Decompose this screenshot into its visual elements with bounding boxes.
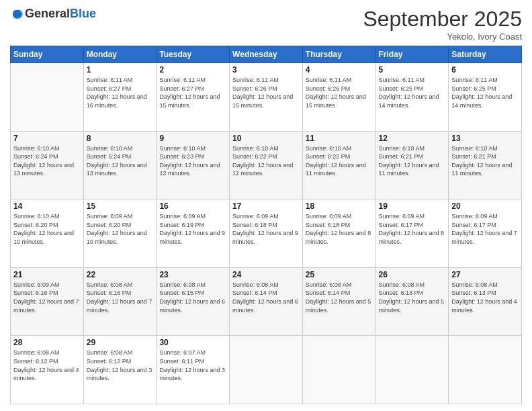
- table-row: 24 Sunrise: 6:08 AMSunset: 6:14 PMDaylig…: [230, 267, 303, 336]
- day-sunrise: Sunrise: 6:09 AMSunset: 6:17 PMDaylight:…: [379, 213, 445, 245]
- table-row: 19 Sunrise: 6:09 AMSunset: 6:17 PMDaylig…: [375, 199, 449, 268]
- day-number: 2: [159, 65, 226, 75]
- location: Yekolo, Ivory Coast: [363, 32, 522, 42]
- day-sunrise: Sunrise: 6:10 AMSunset: 6:23 PMDaylight:…: [159, 145, 220, 177]
- day-sunrise: Sunrise: 6:08 AMSunset: 6:13 PMDaylight:…: [379, 281, 445, 314]
- day-sunrise: Sunrise: 6:11 AMSunset: 6:25 PMDaylight:…: [451, 77, 512, 109]
- col-saturday: Saturday: [449, 46, 522, 63]
- col-friday: Friday: [375, 46, 449, 63]
- day-sunrise: Sunrise: 6:11 AMSunset: 6:27 PMDaylight:…: [159, 77, 220, 109]
- day-sunrise: Sunrise: 6:09 AMSunset: 6:20 PMDaylight:…: [87, 213, 147, 245]
- col-wednesday: Wednesday: [230, 46, 303, 63]
- table-row: 13 Sunrise: 6:10 AMSunset: 6:21 PMDaylig…: [449, 131, 522, 199]
- table-row: 14 Sunrise: 6:10 AMSunset: 6:20 PMDaylig…: [11, 199, 84, 268]
- logo: GeneralBlue: [10, 7, 96, 21]
- day-number: 11: [306, 134, 373, 143]
- day-number: 13: [451, 134, 519, 143]
- table-row: [11, 63, 84, 132]
- day-number: 8: [87, 134, 154, 143]
- table-row: [302, 336, 375, 404]
- day-number: 23: [159, 270, 226, 279]
- table-row: 16 Sunrise: 6:09 AMSunset: 6:19 PMDaylig…: [157, 199, 230, 268]
- day-number: 27: [451, 270, 519, 279]
- table-row: [375, 336, 449, 404]
- table-row: 22 Sunrise: 6:08 AMSunset: 6:16 PMDaylig…: [83, 267, 157, 336]
- day-number: 24: [232, 270, 300, 279]
- day-number: 21: [13, 270, 81, 279]
- table-row: 10 Sunrise: 6:10 AMSunset: 6:22 PMDaylig…: [230, 131, 303, 199]
- day-number: 3: [232, 65, 300, 75]
- day-number: 17: [232, 201, 300, 211]
- day-sunrise: Sunrise: 6:10 AMSunset: 6:24 PMDaylight:…: [13, 145, 74, 177]
- table-row: 15 Sunrise: 6:09 AMSunset: 6:20 PMDaylig…: [83, 199, 157, 268]
- day-sunrise: Sunrise: 6:11 AMSunset: 6:26 PMDaylight:…: [232, 77, 293, 109]
- table-row: 25 Sunrise: 6:08 AMSunset: 6:14 PMDaylig…: [302, 267, 375, 336]
- table-row: 27 Sunrise: 6:08 AMSunset: 6:13 PMDaylig…: [449, 267, 522, 336]
- calendar-table: Sunday Monday Tuesday Wednesday Thursday…: [10, 46, 522, 404]
- calendar-week-row: 14 Sunrise: 6:10 AMSunset: 6:20 PMDaylig…: [11, 199, 522, 268]
- col-tuesday: Tuesday: [157, 46, 230, 63]
- day-number: 10: [232, 134, 300, 143]
- day-number: 12: [379, 134, 446, 143]
- calendar-week-row: 28 Sunrise: 6:08 AMSunset: 6:12 PMDaylig…: [11, 336, 522, 404]
- day-number: 30: [159, 338, 226, 347]
- table-row: 11 Sunrise: 6:10 AMSunset: 6:22 PMDaylig…: [302, 131, 375, 199]
- day-number: 16: [159, 201, 226, 211]
- day-sunrise: Sunrise: 6:08 AMSunset: 6:14 PMDaylight:…: [232, 281, 298, 314]
- table-row: 5 Sunrise: 6:11 AMSunset: 6:25 PMDayligh…: [375, 63, 449, 132]
- table-row: [449, 336, 522, 404]
- logo-general: General: [25, 7, 70, 20]
- table-row: 26 Sunrise: 6:08 AMSunset: 6:13 PMDaylig…: [375, 267, 449, 336]
- calendar-week-row: 1 Sunrise: 6:11 AMSunset: 6:27 PMDayligh…: [11, 63, 522, 132]
- logo-text: GeneralBlue: [25, 7, 96, 21]
- table-row: 17 Sunrise: 6:09 AMSunset: 6:18 PMDaylig…: [230, 199, 303, 268]
- day-sunrise: Sunrise: 6:08 AMSunset: 6:16 PMDaylight:…: [87, 281, 152, 314]
- day-number: 18: [306, 201, 373, 211]
- day-sunrise: Sunrise: 6:10 AMSunset: 6:20 PMDaylight:…: [13, 213, 74, 245]
- day-number: 28: [13, 338, 81, 347]
- day-sunrise: Sunrise: 6:10 AMSunset: 6:21 PMDaylight:…: [451, 145, 512, 177]
- table-row: 23 Sunrise: 6:08 AMSunset: 6:15 PMDaylig…: [157, 267, 230, 336]
- day-number: 5: [379, 65, 446, 75]
- col-sunday: Sunday: [11, 46, 84, 63]
- day-sunrise: Sunrise: 6:08 AMSunset: 6:15 PMDaylight:…: [159, 281, 225, 314]
- day-sunrise: Sunrise: 6:11 AMSunset: 6:27 PMDaylight:…: [87, 77, 147, 109]
- day-sunrise: Sunrise: 6:11 AMSunset: 6:25 PMDaylight:…: [379, 77, 439, 109]
- day-sunrise: Sunrise: 6:09 AMSunset: 6:18 PMDaylight:…: [306, 213, 371, 245]
- col-thursday: Thursday: [302, 46, 375, 63]
- col-monday: Monday: [83, 46, 157, 63]
- table-row: [230, 336, 303, 404]
- calendar-week-row: 7 Sunrise: 6:10 AMSunset: 6:24 PMDayligh…: [11, 131, 522, 199]
- table-row: 7 Sunrise: 6:10 AMSunset: 6:24 PMDayligh…: [11, 131, 84, 199]
- calendar-header-row: Sunday Monday Tuesday Wednesday Thursday…: [11, 46, 522, 63]
- day-sunrise: Sunrise: 6:08 AMSunset: 6:13 PMDaylight:…: [451, 281, 517, 314]
- table-row: 21 Sunrise: 6:09 AMSunset: 6:16 PMDaylig…: [11, 267, 84, 336]
- calendar-week-row: 21 Sunrise: 6:09 AMSunset: 6:16 PMDaylig…: [11, 267, 522, 336]
- table-row: 2 Sunrise: 6:11 AMSunset: 6:27 PMDayligh…: [157, 63, 230, 132]
- day-sunrise: Sunrise: 6:10 AMSunset: 6:21 PMDaylight:…: [379, 145, 439, 177]
- day-sunrise: Sunrise: 6:08 AMSunset: 6:12 PMDaylight:…: [13, 349, 79, 381]
- day-sunrise: Sunrise: 6:09 AMSunset: 6:19 PMDaylight:…: [159, 213, 225, 245]
- day-sunrise: Sunrise: 6:10 AMSunset: 6:22 PMDaylight:…: [232, 145, 293, 177]
- month-title: September 2025: [363, 7, 522, 32]
- table-row: 29 Sunrise: 6:08 AMSunset: 6:12 PMDaylig…: [83, 336, 157, 404]
- logo-icon: [11, 8, 24, 20]
- day-number: 1: [87, 65, 154, 75]
- day-sunrise: Sunrise: 6:09 AMSunset: 6:17 PMDaylight:…: [451, 213, 517, 245]
- table-row: 12 Sunrise: 6:10 AMSunset: 6:21 PMDaylig…: [375, 131, 449, 199]
- table-row: 1 Sunrise: 6:11 AMSunset: 6:27 PMDayligh…: [83, 63, 157, 132]
- title-block: September 2025 Yekolo, Ivory Coast: [363, 7, 522, 42]
- table-row: 4 Sunrise: 6:11 AMSunset: 6:26 PMDayligh…: [302, 63, 375, 132]
- day-number: 19: [379, 201, 446, 211]
- day-sunrise: Sunrise: 6:11 AMSunset: 6:26 PMDaylight:…: [306, 77, 366, 109]
- page: GeneralBlue September 2025 Yekolo, Ivory…: [0, 0, 532, 411]
- table-row: 20 Sunrise: 6:09 AMSunset: 6:17 PMDaylig…: [449, 199, 522, 268]
- day-number: 15: [87, 201, 154, 211]
- table-row: 6 Sunrise: 6:11 AMSunset: 6:25 PMDayligh…: [449, 63, 522, 132]
- day-number: 20: [451, 201, 519, 211]
- table-row: 8 Sunrise: 6:10 AMSunset: 6:24 PMDayligh…: [83, 131, 157, 199]
- day-number: 29: [87, 338, 154, 347]
- day-number: 7: [13, 134, 81, 143]
- day-sunrise: Sunrise: 6:09 AMSunset: 6:18 PMDaylight:…: [232, 213, 298, 245]
- table-row: 9 Sunrise: 6:10 AMSunset: 6:23 PMDayligh…: [157, 131, 230, 199]
